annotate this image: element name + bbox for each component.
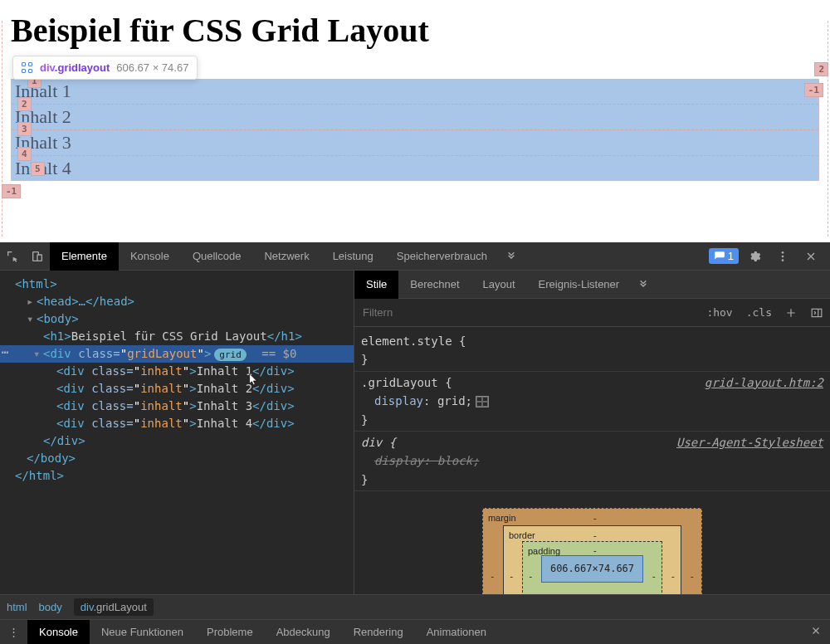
tab-elements[interactable]: Elemente (50, 242, 119, 271)
breadcrumb-item[interactable]: div.gridLayout (74, 598, 154, 616)
element-inspect-tooltip: div.gridlayout 606.67 × 74.67 (12, 56, 198, 80)
issues-badge[interactable]: 1 (709, 248, 739, 264)
devtools-toolbar: Elemente Konsole Quellcode Netzwerk Leis… (0, 242, 830, 271)
grid-line-number: -1 (804, 83, 823, 97)
console-menu-icon[interactable]: ⋮ (0, 626, 27, 638)
console-drawer-tabs: ⋮ Konsole Neue Funktionen Probleme Abdec… (0, 619, 830, 644)
tab-performance[interactable]: Leistung (321, 242, 385, 271)
grid-editor-icon[interactable] (476, 396, 489, 407)
hov-toggle[interactable]: :hov (700, 299, 739, 327)
console-tab-coverage[interactable]: Abdeckung (265, 620, 342, 645)
kebab-menu-icon[interactable] (770, 242, 795, 271)
styles-tab-listeners[interactable]: Ereignis-Listener (527, 271, 632, 299)
styles-tab-stile[interactable]: Stile (354, 271, 398, 299)
styles-pane[interactable]: element.style { } grid-layout.htm:2 .gri… (354, 327, 830, 594)
box-model-content-size: 606.667×74.667 (541, 555, 643, 583)
source-link: User-Agent-Stylesheet (676, 433, 823, 451)
tab-console[interactable]: Konsole (119, 242, 181, 271)
ellipsis-icon[interactable]: ⋯ (2, 344, 8, 361)
new-rule-icon[interactable] (779, 299, 803, 327)
device-toggle-button[interactable] (25, 242, 50, 271)
console-tab-whatsnew[interactable]: Neue Funktionen (90, 620, 195, 645)
styles-tabs: Stile Berechnet Layout Ereignis-Listener (354, 271, 830, 299)
inspect-element-button[interactable] (0, 242, 25, 271)
grid-item: Inhalt 4 (12, 156, 818, 181)
mouse-cursor-icon (247, 373, 261, 386)
grid-item: Inhalt 2 (12, 105, 818, 130)
grid-overlay-region: 1 2 3 4 5 -1 2 -1 Inhalt 1 Inhalt 2 Inha… (11, 79, 819, 181)
svg-rect-1 (37, 255, 42, 261)
grid-item: Inhalt 1 (12, 79, 818, 105)
console-tab-animations[interactable]: Animationen (415, 620, 498, 645)
dom-breadcrumb: html body div.gridLayout (0, 594, 830, 619)
tab-memory[interactable]: Speicherverbrauch (385, 242, 499, 271)
close-drawer-icon[interactable] (802, 625, 830, 639)
grid-icon (22, 62, 33, 74)
breadcrumb-item[interactable]: html (7, 601, 27, 613)
cls-toggle[interactable]: .cls (740, 299, 779, 327)
more-styles-tabs-icon[interactable] (631, 271, 656, 299)
sidebar-toggle-icon[interactable] (803, 299, 830, 327)
box-model-viewer[interactable]: margin - - - border - - - padding - (354, 491, 830, 594)
grid-item: Inhalt 3 (12, 130, 818, 156)
grid-line-number: 3 (17, 122, 32, 136)
close-devtools-icon[interactable] (798, 242, 823, 271)
devtools-panel: Elemente Konsole Quellcode Netzwerk Leis… (0, 242, 830, 644)
grid-badge[interactable]: grid (214, 349, 247, 361)
settings-icon[interactable] (742, 242, 767, 271)
source-link[interactable]: grid-layout.htm:2 (705, 373, 823, 392)
svg-point-3 (782, 255, 784, 257)
more-tabs-icon[interactable] (499, 242, 524, 271)
svg-point-4 (782, 259, 784, 261)
tooltip-dimensions: 606.67 × 74.67 (116, 61, 188, 74)
selected-dom-node[interactable]: ▾<div class="gridLayout">grid == $0 (0, 345, 354, 363)
grid-line-number: 2 (814, 62, 828, 76)
grid-line-number: 5 (31, 162, 45, 176)
console-tab-konsole[interactable]: Konsole (27, 620, 90, 645)
grid-line-number: 2 (17, 97, 32, 111)
svg-point-2 (782, 251, 784, 254)
tab-sources[interactable]: Quellcode (181, 242, 253, 271)
dom-tree[interactable]: ⋯ <html> ▸<head>…</head> ▾<body> <h1>Bei… (0, 271, 354, 594)
tooltip-selector: div.gridlayout (40, 61, 110, 74)
tab-network[interactable]: Netzwerk (252, 242, 320, 271)
grid-line-number: 4 (17, 147, 32, 161)
styles-tab-layout[interactable]: Layout (471, 271, 527, 299)
breadcrumb-item[interactable]: body (39, 601, 62, 613)
page-title: Beispiel für CSS Grid Layout (11, 11, 819, 50)
styles-filter-input[interactable] (354, 306, 700, 319)
styles-tab-computed[interactable]: Berechnet (398, 271, 471, 299)
grid-line-number: -1 (2, 184, 21, 198)
console-tab-issues[interactable]: Probleme (195, 620, 265, 645)
svg-rect-5 (812, 309, 822, 316)
console-tab-rendering[interactable]: Rendering (342, 620, 415, 645)
